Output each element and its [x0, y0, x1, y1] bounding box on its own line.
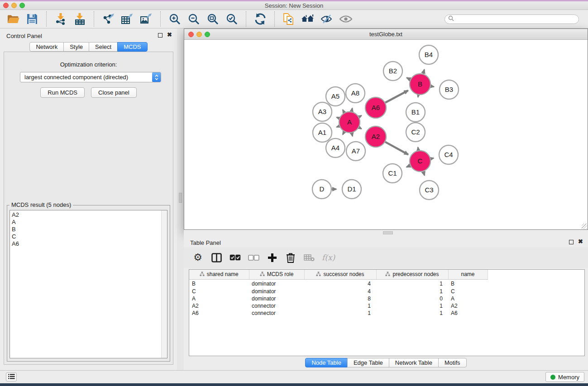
cell[interactable]: A: [448, 295, 488, 302]
splitter-handle[interactable]: [383, 231, 393, 234]
table-row[interactable]: Adominator80A: [189, 295, 584, 302]
zoom-fit-icon[interactable]: [204, 11, 221, 27]
cell[interactable]: A2: [448, 302, 488, 310]
tab-network[interactable]: Network: [29, 42, 64, 52]
edge-C-C3[interactable]: [423, 172, 425, 176]
cell[interactable]: 1: [376, 279, 448, 288]
table-row[interactable]: Cdominator41C: [189, 288, 584, 295]
tab-mcds[interactable]: MCDS: [117, 42, 147, 52]
horizontal-splitter[interactable]: [184, 230, 588, 235]
splitter-handle[interactable]: [179, 193, 182, 203]
mcds-result-item[interactable]: C: [10, 233, 161, 240]
table-row[interactable]: A6connector11A6: [189, 310, 584, 317]
close-panel-icon[interactable]: ✖: [578, 238, 583, 245]
hide-details-icon[interactable]: [318, 11, 335, 27]
cell[interactable]: B: [189, 279, 249, 288]
save-session-icon[interactable]: [24, 11, 41, 27]
close-panel-button[interactable]: Close panel: [91, 87, 137, 98]
edge-C-C4[interactable]: [430, 158, 433, 158]
edge-B-B4[interactable]: [423, 70, 425, 74]
column-header-predecessor-nodes[interactable]: predecessor nodes: [376, 270, 448, 279]
edge-A-A2[interactable]: [359, 128, 361, 129]
float-panel-icon[interactable]: [158, 33, 163, 38]
edge-A6-B[interactable]: [385, 91, 408, 103]
edge-A-A8[interactable]: [352, 108, 352, 111]
cell[interactable]: C: [189, 288, 249, 295]
tab-motifs[interactable]: Motifs: [438, 358, 467, 367]
cell[interactable]: 1: [304, 310, 376, 317]
cell[interactable]: A6: [448, 310, 488, 317]
edge-A2-C[interactable]: [385, 142, 408, 155]
import-table-icon[interactable]: [71, 11, 88, 27]
edge-A-A5[interactable]: [343, 110, 344, 113]
cell[interactable]: 1: [376, 302, 448, 310]
cell[interactable]: 1: [376, 288, 448, 295]
vertical-splitter[interactable]: [177, 29, 184, 370]
cell[interactable]: dominator: [249, 279, 304, 288]
cell[interactable]: A6: [189, 310, 249, 317]
cell[interactable]: B: [448, 279, 488, 288]
cell[interactable]: 1: [304, 302, 376, 310]
tab-style[interactable]: Style: [63, 42, 89, 52]
edge-B-B1[interactable]: [418, 95, 418, 97]
select-all-icon[interactable]: [229, 251, 241, 264]
mcds-result-listbox[interactable]: A2ABCA6: [10, 210, 167, 358]
column-header-MCDS-role[interactable]: MCDS role: [249, 270, 304, 279]
edge-A-A6[interactable]: [359, 115, 361, 117]
table-row[interactable]: A2connector11A2: [189, 302, 584, 310]
cell[interactable]: dominator: [249, 288, 304, 295]
cell[interactable]: 0: [376, 295, 448, 302]
float-panel-icon[interactable]: [569, 240, 574, 244]
tab-edge-table[interactable]: Edge Table: [347, 358, 389, 367]
mcds-result-item[interactable]: A6: [10, 240, 161, 248]
network-from-selection-icon[interactable]: [280, 11, 297, 27]
zoom-selected-icon[interactable]: [223, 11, 240, 27]
open-session-icon[interactable]: [5, 11, 22, 27]
show-details-icon[interactable]: [337, 11, 354, 27]
mcds-result-item[interactable]: A2: [10, 211, 161, 219]
table-row[interactable]: Bdominator41B: [189, 279, 584, 288]
delete-table-icon[interactable]: [303, 251, 315, 264]
criterion-dropdown[interactable]: largest connected component (directed): [20, 72, 161, 82]
refresh-icon[interactable]: [252, 11, 269, 27]
cell[interactable]: 4: [304, 288, 376, 295]
resize-grip[interactable]: [582, 224, 587, 229]
import-network-icon[interactable]: [52, 11, 69, 27]
cell[interactable]: C: [448, 288, 488, 295]
scrollbar-track[interactable]: [161, 210, 167, 358]
search-box[interactable]: [445, 14, 579, 24]
zoom-out-icon[interactable]: [185, 11, 202, 27]
export-network-icon[interactable]: [100, 11, 117, 27]
edge-A-A4[interactable]: [343, 132, 344, 134]
edge-C-C1[interactable]: [406, 166, 410, 167]
function-builder-icon[interactable]: f(x): [322, 251, 335, 264]
tab-network-table[interactable]: Network Table: [389, 358, 439, 367]
mcds-result-item[interactable]: B: [10, 226, 161, 233]
edge-C-C2[interactable]: [418, 148, 418, 151]
memory-button[interactable]: Memory: [545, 372, 584, 382]
edge-B-B3[interactable]: [431, 86, 434, 86]
close-panel-icon[interactable]: ✖: [167, 31, 172, 38]
node-table[interactable]: shared nameMCDS rolesuccessor nodesprede…: [189, 269, 585, 356]
column-header-successor-nodes[interactable]: successor nodes: [304, 270, 376, 279]
edge-A-A3[interactable]: [337, 117, 339, 118]
cell[interactable]: connector: [249, 310, 304, 317]
cell[interactable]: A: [189, 295, 249, 302]
edge-A-A7[interactable]: [352, 133, 353, 136]
tab-select[interactable]: Select: [89, 42, 118, 52]
cell[interactable]: 8: [304, 295, 376, 302]
cell[interactable]: A2: [189, 302, 249, 310]
tab-node-table[interactable]: Node Table: [305, 358, 348, 367]
first-neighbors-icon[interactable]: [299, 11, 316, 27]
search-input[interactable]: [456, 15, 578, 23]
mcds-result-item[interactable]: A: [10, 219, 161, 226]
network-canvas[interactable]: B4B2BB3A8A5A6A3B1AC2A1A2A4A7C4CC1C3DD1: [184, 40, 588, 229]
column-header-shared-name[interactable]: shared name: [189, 270, 249, 279]
edge-A-A1[interactable]: [337, 126, 339, 127]
cell[interactable]: connector: [249, 302, 304, 310]
add-column-icon[interactable]: [266, 251, 278, 264]
cell[interactable]: 1: [376, 310, 448, 317]
run-mcds-button[interactable]: Run MCDS: [40, 87, 85, 98]
export-table-icon[interactable]: [119, 11, 136, 27]
table-mode-icon[interactable]: ⚙: [192, 251, 204, 264]
